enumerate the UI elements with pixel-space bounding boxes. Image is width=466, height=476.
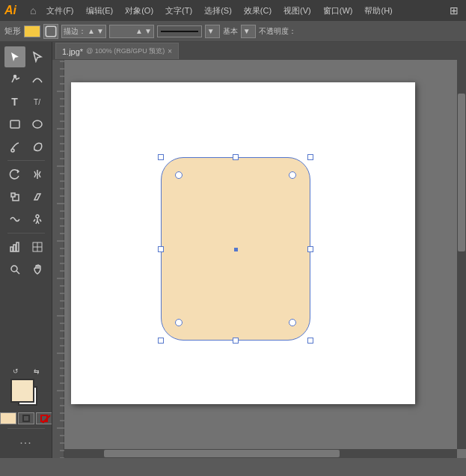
shape-container[interactable] (161, 157, 310, 341)
scrollbar-vertical[interactable] (457, 54, 466, 449)
ai-logo: Ai (4, 4, 24, 17)
menu-text[interactable]: 文字(T) (161, 4, 197, 18)
corner-ctrl-br[interactable] (289, 319, 296, 326)
rotate-tool[interactable] (4, 164, 25, 185)
reset-colors-icon[interactable]: ↺ (13, 367, 19, 375)
home-icon[interactable]: ⌂ (30, 4, 36, 16)
chevron-down3-icon: ▼ (207, 27, 215, 35)
corner-ctrl-bl[interactable] (175, 319, 183, 326)
handle-rm[interactable] (307, 246, 313, 252)
ruler-vertical (52, 42, 64, 458)
stroke-width-value (111, 26, 134, 37)
menu-effect[interactable]: 效果(C) (239, 4, 276, 18)
paintbrush-tool[interactable] (4, 136, 25, 157)
menu-select[interactable]: 选择(S) (200, 4, 236, 18)
chevron-down-icon: ▼ (96, 27, 104, 35)
svg-rect-2 (10, 120, 19, 128)
svg-rect-9 (13, 245, 16, 251)
scale-tool[interactable] (4, 186, 25, 207)
tab-zoom-info: @ 100% (RGB/GPU 预览) (86, 46, 165, 56)
menu-help[interactable]: 帮助(H) (360, 4, 396, 18)
titlebar: Ai ⌂ 文件(F) 编辑(E) 对象(O) 文字(T) 选择(S) 效果(C)… (0, 0, 466, 21)
svg-rect-10 (16, 242, 19, 251)
select-tool[interactable] (4, 46, 25, 67)
fill-stroke-mode-icons (0, 412, 52, 424)
menu-window[interactable]: 窗口(W) (319, 4, 358, 18)
swap-colors-icon[interactable]: ⇆ (34, 367, 40, 375)
svg-rect-0 (46, 26, 56, 37)
mesh-tool[interactable] (27, 237, 48, 257)
direct-select-tool[interactable] (27, 46, 48, 67)
pen-tool[interactable] (4, 69, 25, 90)
chevron-down2-icon: ▼ (144, 27, 152, 35)
document-tabbar: 1.jpg*@ 100% (RGB/GPU 预览)× (52, 42, 466, 60)
scrollbar-h-thumb[interactable] (104, 450, 340, 457)
menu-edit[interactable]: 编辑(E) (82, 4, 118, 18)
zoom-tools (4, 259, 48, 280)
fill-color-swatch[interactable] (24, 25, 40, 37)
rect-tool[interactable] (4, 114, 25, 135)
type-touch-tool[interactable]: T/ (27, 91, 48, 112)
scrollbar-v-thumb[interactable] (458, 94, 465, 251)
svg-rect-6 (11, 193, 15, 197)
curvature-tool[interactable] (27, 69, 48, 90)
handle-tl[interactable] (158, 154, 164, 160)
corner-ctrl-tl[interactable] (175, 171, 183, 179)
style-dropdown[interactable]: ▼ (241, 25, 256, 38)
tab-close[interactable]: × (168, 47, 172, 55)
graph-tool[interactable] (4, 237, 25, 257)
active-tab[interactable]: 1.jpg*@ 100% (RGB/GPU 预览)× (55, 43, 179, 59)
stroke-mode-icon[interactable] (18, 412, 34, 424)
color-stack (10, 379, 42, 410)
graph-tools (4, 237, 48, 257)
handle-lm[interactable] (158, 246, 164, 252)
color-panel: ↺ ⇆ ··· (0, 367, 52, 454)
grid-icon: ⊞ (447, 4, 462, 16)
chevron-up-icon: ▲ (88, 27, 95, 35)
foreground-color-swatch[interactable] (10, 379, 34, 403)
rounded-rect-shape[interactable] (161, 157, 310, 341)
warp-tool[interactable] (4, 209, 25, 230)
color-mode-icons: ↺ ⇆ (13, 367, 40, 375)
main-area: T T/ (0, 42, 466, 458)
stroke-label: 描边： (64, 26, 86, 37)
opacity-label: 不透明度： (259, 26, 296, 37)
handle-bl[interactable] (158, 338, 164, 344)
scrollbar-horizontal[interactable] (64, 449, 457, 458)
rotate-tools (4, 164, 48, 185)
blob-brush-tool[interactable] (27, 136, 48, 157)
zoom-tool[interactable] (4, 259, 25, 280)
ellipse-tool[interactable] (27, 114, 48, 135)
svg-point-14 (11, 266, 17, 272)
center-point (234, 248, 238, 251)
more-tools-btn[interactable]: ··· (16, 433, 37, 454)
handle-br[interactable] (307, 338, 313, 344)
handle-tr[interactable] (307, 154, 313, 160)
ellipsis-icon: ··· (19, 436, 31, 450)
svg-rect-8 (10, 247, 13, 251)
hand-tool[interactable] (27, 259, 48, 280)
shear-tool[interactable] (27, 186, 48, 207)
tab-filename: 1.jpg* (62, 47, 83, 56)
brush-tools (4, 136, 48, 157)
svg-line-15 (16, 271, 19, 274)
handle-bm[interactable] (233, 338, 239, 344)
artboard (71, 82, 415, 404)
stroke-icon-btn[interactable] (43, 24, 58, 39)
stroke-width-dropdown[interactable]: ▲ ▼ (109, 25, 154, 38)
handle-tm[interactable] (233, 154, 239, 160)
stroke-dropdown[interactable]: 描边： ▲ ▼ (61, 25, 106, 38)
menu-file[interactable]: 文件(F) (42, 4, 78, 18)
corner-ctrl-tr[interactable] (289, 171, 296, 179)
puppet-warp-tool[interactable] (27, 209, 48, 230)
type-tool[interactable]: T (4, 91, 25, 112)
stroke-style-dropdown[interactable]: ▼ (205, 25, 220, 38)
none-mode-icon[interactable] (36, 412, 52, 424)
chevron-up2-icon: ▲ (135, 27, 143, 35)
pen-tools (4, 69, 48, 90)
menu-view[interactable]: 视图(V) (279, 4, 316, 18)
menu-object[interactable]: 对象(O) (120, 4, 158, 18)
fill-mode-icon[interactable] (0, 412, 16, 424)
reflect-tool[interactable] (27, 164, 48, 185)
canvas-area[interactable]: 1.jpg*@ 100% (RGB/GPU 预览)× // Will be re… (52, 42, 466, 458)
